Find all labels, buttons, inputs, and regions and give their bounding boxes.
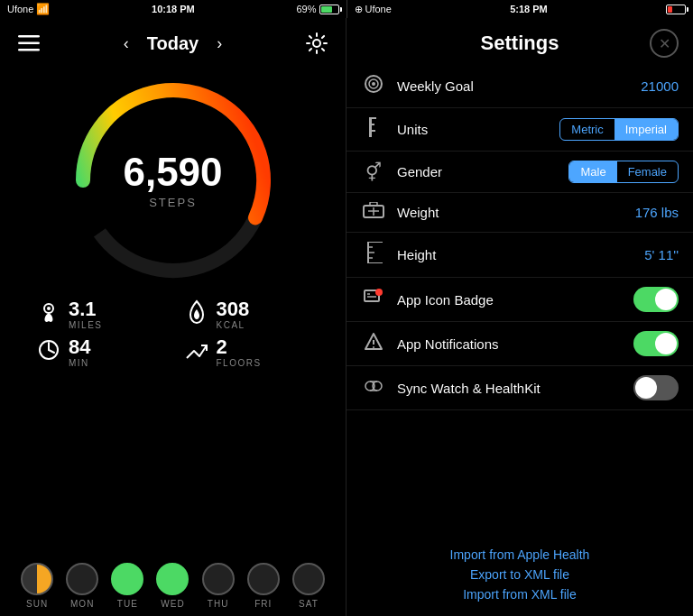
gender-icon: ⚥ — [361, 161, 386, 183]
close-button[interactable]: ✕ — [650, 29, 679, 58]
weekly-goal-label: Weekly Goal — [397, 78, 630, 94]
prev-day-button[interactable]: ‹ — [120, 31, 133, 57]
sync-watch-knob — [635, 377, 657, 399]
svg-line-10 — [49, 350, 54, 353]
weight-label: Weight — [397, 205, 624, 220]
units-metric-btn[interactable]: Metric — [560, 119, 614, 140]
app-notifications-knob — [655, 333, 677, 354]
steps-count: 6,590 — [123, 152, 222, 192]
svg-point-13 — [372, 82, 375, 86]
sync-watch-label: Sync Watch & HealthKit — [397, 381, 623, 396]
left-battery-fill — [321, 6, 332, 13]
setting-units: Units Metric Imperial — [346, 108, 693, 152]
gender-male-btn[interactable]: Male — [569, 161, 616, 182]
status-bars: Ufone 📶 10:18 PM 69% ⊕ Ufone 5:18 PM — [0, 0, 693, 18]
svg-point-3 — [313, 40, 320, 47]
gender-segment[interactable]: Male Female — [568, 161, 679, 183]
svg-point-33 — [373, 346, 374, 348]
kcal-value: 308 — [217, 299, 250, 319]
left-status-left: Ufone 📶 — [7, 3, 50, 15]
kcal-unit: KCAL — [217, 320, 250, 330]
svg-rect-19 — [370, 202, 377, 206]
stats-grid: 3.1 MILES 308 KCAL — [0, 292, 346, 375]
stat-miles: 3.1 MILES — [36, 299, 162, 330]
day-dot-thu — [202, 563, 235, 595]
app-notifications-label: App Notifications — [397, 336, 623, 352]
stat-kcal-info: 308 KCAL — [217, 299, 250, 330]
setting-app-icon-badge: App Icon Badge — [346, 278, 693, 322]
day-mon[interactable]: MON — [66, 563, 98, 609]
units-imperial-btn[interactable]: Imperial — [614, 119, 678, 140]
close-icon: ✕ — [659, 35, 670, 52]
day-dot-sun — [21, 563, 53, 595]
stat-miles-info: 3.1 MILES — [69, 299, 103, 330]
import-xml-link[interactable]: Import from XML file — [463, 587, 577, 602]
right-status-bar: ⊕ Ufone 5:18 PM — [347, 0, 694, 18]
menu-button[interactable] — [14, 29, 43, 58]
svg-rect-14 — [369, 117, 372, 137]
app-icon-badge-label: App Icon Badge — [397, 292, 623, 308]
gauge-center: 6,590 STEPS — [123, 152, 222, 209]
kcal-icon — [184, 299, 209, 330]
day-dot-wed — [156, 563, 189, 595]
units-label: Units — [397, 122, 549, 137]
app-notifications-toggle[interactable] — [633, 331, 679, 356]
today-title: Today — [147, 33, 199, 54]
settings-button[interactable] — [302, 29, 331, 58]
export-xml-link[interactable]: Export to XML file — [470, 567, 569, 582]
svg-point-7 — [47, 307, 51, 310]
day-wed[interactable]: WED — [156, 563, 189, 609]
day-label-tue: TUE — [117, 599, 138, 609]
svg-rect-15 — [369, 117, 376, 119]
right-panel: Settings ✕ Weekly Goal 21000 — [346, 18, 693, 616]
left-carrier: Ufone — [7, 4, 33, 14]
svg-rect-16 — [369, 124, 374, 125]
units-icon — [361, 117, 386, 142]
height-value: 5' 11'' — [644, 247, 679, 262]
right-status-right — [666, 5, 686, 14]
top-bar: ‹ Today › — [0, 25, 346, 65]
setting-weekly-goal: Weekly Goal 21000 — [346, 65, 693, 108]
gender-label: Gender — [397, 164, 558, 179]
settings-header: Settings ✕ — [346, 25, 693, 61]
setting-gender: ⚥ Gender Male Female — [346, 152, 693, 193]
app-icon-badge-toggle[interactable] — [633, 287, 679, 312]
setting-height: Height 5' 11'' — [346, 233, 693, 278]
gender-female-btn[interactable]: Female — [617, 161, 678, 182]
stat-kcal: 308 KCAL — [184, 299, 310, 330]
left-battery-percent: 69% — [296, 4, 316, 14]
app-icon-badge-icon — [361, 288, 386, 312]
import-apple-health-link[interactable]: Import from Apple Health — [450, 547, 590, 562]
day-sat[interactable]: SAT — [292, 563, 325, 609]
right-time: 5:18 PM — [510, 4, 548, 14]
svg-point-31 — [375, 289, 383, 296]
height-label: Height — [397, 247, 633, 262]
next-day-button[interactable]: › — [213, 31, 226, 57]
left-panel: ‹ Today › — [0, 18, 346, 616]
min-icon — [36, 338, 61, 367]
day-tue[interactable]: TUE — [111, 563, 143, 609]
miles-value: 3.1 — [69, 299, 103, 319]
day-dot-fri — [247, 563, 280, 595]
day-thu[interactable]: THU — [202, 563, 235, 609]
day-dot-sat — [292, 563, 325, 595]
weekly-goal-icon — [361, 74, 386, 98]
floors-icon — [184, 338, 209, 367]
sync-watch-toggle[interactable] — [633, 375, 679, 400]
stat-min-info: 84 MIN — [69, 337, 90, 368]
right-status-left: ⊕ Ufone — [355, 4, 392, 15]
settings-title: Settings — [390, 32, 650, 55]
day-sun[interactable]: SUN — [21, 563, 53, 609]
floors-value: 2 — [217, 337, 262, 357]
left-status-bar: Ufone 📶 10:18 PM 69% — [0, 0, 346, 18]
days-row: SUN MON TUE WED THU — [0, 552, 346, 616]
app-notifications-icon — [361, 332, 386, 356]
steps-gauge: 6,590 STEPS — [65, 72, 282, 289]
stat-min: 84 MIN — [36, 337, 162, 368]
day-fri[interactable]: FRI — [247, 563, 280, 609]
right-gps-icon: ⊕ — [355, 4, 363, 15]
stat-floors-info: 2 FLOORS — [217, 337, 262, 368]
units-segment[interactable]: Metric Imperial — [559, 118, 679, 141]
settings-links: Import from Apple Health Export to XML f… — [346, 533, 693, 616]
day-label-fri: FRI — [254, 599, 272, 609]
